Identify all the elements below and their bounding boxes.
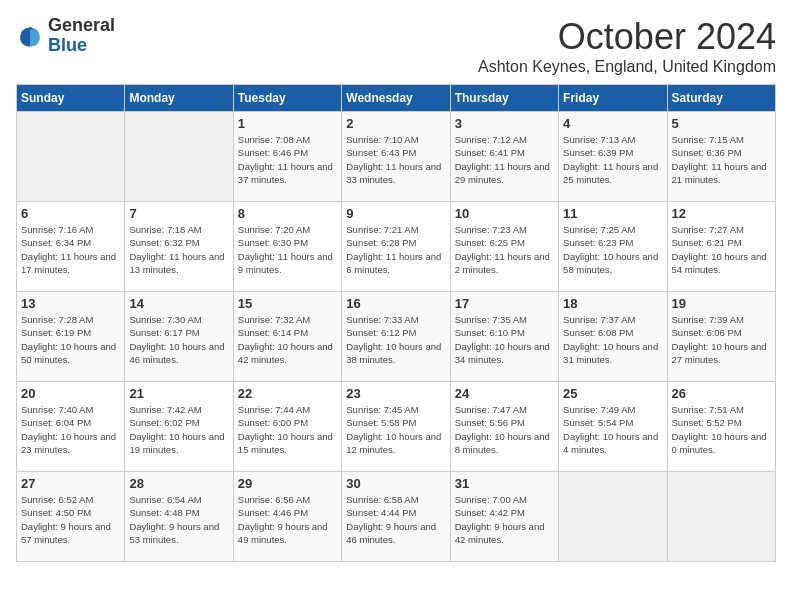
cell-content: Sunrise: 7:21 AM Sunset: 6:28 PM Dayligh… — [346, 223, 445, 276]
location: Ashton Keynes, England, United Kingdom — [478, 58, 776, 76]
title-block: October 2024 Ashton Keynes, England, Uni… — [478, 16, 776, 76]
cell-content: Sunrise: 7:37 AM Sunset: 6:08 PM Dayligh… — [563, 313, 662, 366]
day-number: 14 — [129, 296, 228, 311]
cell-content: Sunrise: 7:27 AM Sunset: 6:21 PM Dayligh… — [672, 223, 771, 276]
day-header-monday: Monday — [125, 85, 233, 112]
day-number: 15 — [238, 296, 337, 311]
day-number: 6 — [21, 206, 120, 221]
month-title: October 2024 — [478, 16, 776, 58]
cell-content: Sunrise: 7:42 AM Sunset: 6:02 PM Dayligh… — [129, 403, 228, 456]
calendar-cell: 19Sunrise: 7:39 AM Sunset: 6:06 PM Dayli… — [667, 292, 775, 382]
calendar-cell: 1Sunrise: 7:08 AM Sunset: 6:46 PM Daylig… — [233, 112, 341, 202]
day-number: 21 — [129, 386, 228, 401]
calendar-cell: 9Sunrise: 7:21 AM Sunset: 6:28 PM Daylig… — [342, 202, 450, 292]
cell-content: Sunrise: 7:00 AM Sunset: 4:42 PM Dayligh… — [455, 493, 554, 546]
cell-content: Sunrise: 6:52 AM Sunset: 4:50 PM Dayligh… — [21, 493, 120, 546]
cell-content: Sunrise: 7:28 AM Sunset: 6:19 PM Dayligh… — [21, 313, 120, 366]
calendar-cell: 28Sunrise: 6:54 AM Sunset: 4:48 PM Dayli… — [125, 472, 233, 562]
day-number: 2 — [346, 116, 445, 131]
calendar-cell: 30Sunrise: 6:58 AM Sunset: 4:44 PM Dayli… — [342, 472, 450, 562]
calendar-cell: 6Sunrise: 7:16 AM Sunset: 6:34 PM Daylig… — [17, 202, 125, 292]
cell-content: Sunrise: 7:39 AM Sunset: 6:06 PM Dayligh… — [672, 313, 771, 366]
calendar-cell: 13Sunrise: 7:28 AM Sunset: 6:19 PM Dayli… — [17, 292, 125, 382]
day-number: 24 — [455, 386, 554, 401]
day-number: 19 — [672, 296, 771, 311]
cell-content: Sunrise: 7:23 AM Sunset: 6:25 PM Dayligh… — [455, 223, 554, 276]
day-number: 30 — [346, 476, 445, 491]
calendar-cell: 4Sunrise: 7:13 AM Sunset: 6:39 PM Daylig… — [559, 112, 667, 202]
day-header-sunday: Sunday — [17, 85, 125, 112]
day-header-wednesday: Wednesday — [342, 85, 450, 112]
day-number: 13 — [21, 296, 120, 311]
calendar-cell: 3Sunrise: 7:12 AM Sunset: 6:41 PM Daylig… — [450, 112, 558, 202]
day-headers-row: SundayMondayTuesdayWednesdayThursdayFrid… — [17, 85, 776, 112]
cell-content: Sunrise: 7:40 AM Sunset: 6:04 PM Dayligh… — [21, 403, 120, 456]
cell-content: Sunrise: 7:08 AM Sunset: 6:46 PM Dayligh… — [238, 133, 337, 186]
page-header: General Blue October 2024 Ashton Keynes,… — [16, 16, 776, 76]
cell-content: Sunrise: 7:47 AM Sunset: 5:56 PM Dayligh… — [455, 403, 554, 456]
cell-content: Sunrise: 7:35 AM Sunset: 6:10 PM Dayligh… — [455, 313, 554, 366]
calendar-cell: 8Sunrise: 7:20 AM Sunset: 6:30 PM Daylig… — [233, 202, 341, 292]
calendar-cell — [559, 472, 667, 562]
day-number: 11 — [563, 206, 662, 221]
calendar-cell: 11Sunrise: 7:25 AM Sunset: 6:23 PM Dayli… — [559, 202, 667, 292]
cell-content: Sunrise: 7:15 AM Sunset: 6:36 PM Dayligh… — [672, 133, 771, 186]
cell-content: Sunrise: 7:32 AM Sunset: 6:14 PM Dayligh… — [238, 313, 337, 366]
day-number: 16 — [346, 296, 445, 311]
calendar-cell: 7Sunrise: 7:18 AM Sunset: 6:32 PM Daylig… — [125, 202, 233, 292]
day-number: 9 — [346, 206, 445, 221]
day-number: 7 — [129, 206, 228, 221]
week-row-4: 20Sunrise: 7:40 AM Sunset: 6:04 PM Dayli… — [17, 382, 776, 472]
calendar-cell: 29Sunrise: 6:56 AM Sunset: 4:46 PM Dayli… — [233, 472, 341, 562]
day-number: 10 — [455, 206, 554, 221]
calendar-cell: 22Sunrise: 7:44 AM Sunset: 6:00 PM Dayli… — [233, 382, 341, 472]
calendar-cell: 18Sunrise: 7:37 AM Sunset: 6:08 PM Dayli… — [559, 292, 667, 382]
calendar-cell: 5Sunrise: 7:15 AM Sunset: 6:36 PM Daylig… — [667, 112, 775, 202]
logo: General Blue — [16, 16, 115, 56]
calendar-cell: 15Sunrise: 7:32 AM Sunset: 6:14 PM Dayli… — [233, 292, 341, 382]
calendar-cell: 10Sunrise: 7:23 AM Sunset: 6:25 PM Dayli… — [450, 202, 558, 292]
day-number: 20 — [21, 386, 120, 401]
day-number: 25 — [563, 386, 662, 401]
calendar-cell: 31Sunrise: 7:00 AM Sunset: 4:42 PM Dayli… — [450, 472, 558, 562]
logo-icon — [16, 22, 44, 50]
cell-content: Sunrise: 7:18 AM Sunset: 6:32 PM Dayligh… — [129, 223, 228, 276]
cell-content: Sunrise: 7:51 AM Sunset: 5:52 PM Dayligh… — [672, 403, 771, 456]
calendar-cell: 16Sunrise: 7:33 AM Sunset: 6:12 PM Dayli… — [342, 292, 450, 382]
cell-content: Sunrise: 7:25 AM Sunset: 6:23 PM Dayligh… — [563, 223, 662, 276]
day-header-saturday: Saturday — [667, 85, 775, 112]
cell-content: Sunrise: 6:58 AM Sunset: 4:44 PM Dayligh… — [346, 493, 445, 546]
day-header-tuesday: Tuesday — [233, 85, 341, 112]
cell-content: Sunrise: 7:33 AM Sunset: 6:12 PM Dayligh… — [346, 313, 445, 366]
cell-content: Sunrise: 7:30 AM Sunset: 6:17 PM Dayligh… — [129, 313, 228, 366]
calendar-cell: 26Sunrise: 7:51 AM Sunset: 5:52 PM Dayli… — [667, 382, 775, 472]
day-number: 5 — [672, 116, 771, 131]
cell-content: Sunrise: 7:16 AM Sunset: 6:34 PM Dayligh… — [21, 223, 120, 276]
day-number: 17 — [455, 296, 554, 311]
cell-content: Sunrise: 7:45 AM Sunset: 5:58 PM Dayligh… — [346, 403, 445, 456]
calendar-table: SundayMondayTuesdayWednesdayThursdayFrid… — [16, 84, 776, 562]
calendar-cell: 17Sunrise: 7:35 AM Sunset: 6:10 PM Dayli… — [450, 292, 558, 382]
day-number: 31 — [455, 476, 554, 491]
day-number: 12 — [672, 206, 771, 221]
cell-content: Sunrise: 7:20 AM Sunset: 6:30 PM Dayligh… — [238, 223, 337, 276]
day-number: 18 — [563, 296, 662, 311]
day-number: 22 — [238, 386, 337, 401]
day-number: 23 — [346, 386, 445, 401]
calendar-cell — [125, 112, 233, 202]
cell-content: Sunrise: 6:54 AM Sunset: 4:48 PM Dayligh… — [129, 493, 228, 546]
cell-content: Sunrise: 7:44 AM Sunset: 6:00 PM Dayligh… — [238, 403, 337, 456]
week-row-2: 6Sunrise: 7:16 AM Sunset: 6:34 PM Daylig… — [17, 202, 776, 292]
day-header-thursday: Thursday — [450, 85, 558, 112]
logo-text: General Blue — [48, 16, 115, 56]
cell-content: Sunrise: 6:56 AM Sunset: 4:46 PM Dayligh… — [238, 493, 337, 546]
calendar-cell: 25Sunrise: 7:49 AM Sunset: 5:54 PM Dayli… — [559, 382, 667, 472]
calendar-cell — [17, 112, 125, 202]
calendar-cell: 14Sunrise: 7:30 AM Sunset: 6:17 PM Dayli… — [125, 292, 233, 382]
cell-content: Sunrise: 7:10 AM Sunset: 6:43 PM Dayligh… — [346, 133, 445, 186]
calendar-cell: 27Sunrise: 6:52 AM Sunset: 4:50 PM Dayli… — [17, 472, 125, 562]
day-number: 29 — [238, 476, 337, 491]
day-number: 1 — [238, 116, 337, 131]
calendar-cell: 2Sunrise: 7:10 AM Sunset: 6:43 PM Daylig… — [342, 112, 450, 202]
week-row-3: 13Sunrise: 7:28 AM Sunset: 6:19 PM Dayli… — [17, 292, 776, 382]
